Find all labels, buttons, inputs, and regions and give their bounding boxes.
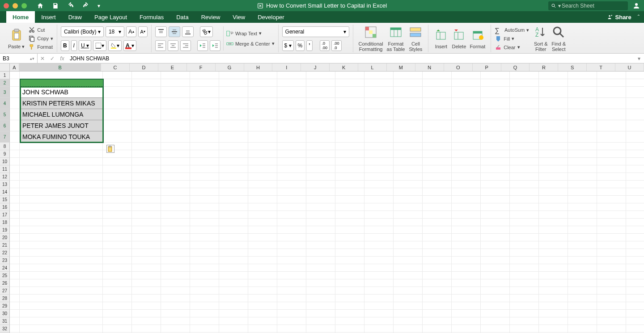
cell[interactable] — [394, 279, 423, 287]
cell[interactable] — [335, 98, 364, 109]
cell[interactable] — [626, 98, 644, 109]
cell[interactable] — [568, 302, 597, 310]
cell[interactable] — [277, 272, 306, 279]
cell[interactable] — [277, 150, 306, 158]
cell[interactable] — [306, 219, 335, 226]
row-header-16[interactable]: 16 — [0, 203, 10, 211]
cell[interactable] — [423, 257, 452, 264]
cell[interactable] — [10, 279, 20, 287]
cell[interactable] — [20, 257, 103, 264]
cell[interactable] — [568, 196, 597, 203]
cell[interactable] — [481, 173, 510, 181]
row-header-30[interactable]: 30 — [0, 310, 10, 317]
cell[interactable] — [248, 173, 277, 181]
window-minimize[interactable] — [13, 3, 18, 8]
cell[interactable] — [568, 98, 597, 109]
cell[interactable] — [597, 249, 626, 257]
cell[interactable] — [335, 279, 364, 287]
cell[interactable] — [626, 257, 644, 264]
cell[interactable] — [132, 173, 161, 181]
spreadsheet-grid[interactable]: ABCDEFGHIJKLMNOPQRSTU 123456789101112131… — [0, 63, 644, 333]
cell[interactable] — [510, 257, 539, 264]
row-header-20[interactable]: 20 — [0, 234, 10, 241]
tab-home[interactable]: Home — [6, 11, 35, 23]
cell[interactable] — [306, 272, 335, 279]
cell[interactable] — [364, 302, 394, 310]
cell[interactable] — [452, 188, 481, 196]
cell[interactable] — [277, 79, 306, 87]
cell[interactable] — [452, 120, 481, 131]
cell[interactable] — [481, 150, 510, 158]
row-header-5[interactable]: 5 — [0, 109, 10, 120]
cell[interactable] — [539, 196, 568, 203]
cell[interactable] — [597, 181, 626, 188]
cell[interactable] — [20, 249, 103, 257]
cell[interactable] — [452, 272, 481, 279]
cell[interactable] — [539, 72, 568, 79]
cell[interactable] — [626, 219, 644, 226]
fill-color-button[interactable]: ▾ — [108, 40, 122, 51]
cell[interactable] — [219, 79, 248, 87]
cell[interactable] — [423, 120, 452, 131]
cell[interactable] — [248, 241, 277, 249]
cell[interactable] — [539, 211, 568, 219]
col-header-N[interactable]: N — [415, 63, 444, 71]
cell[interactable] — [364, 234, 394, 241]
cell[interactable] — [306, 203, 335, 211]
cell[interactable] — [510, 302, 539, 310]
cell[interactable] — [364, 203, 394, 211]
cell[interactable] — [219, 226, 248, 234]
cell[interactable] — [10, 310, 20, 317]
cell[interactable] — [161, 203, 190, 211]
cell[interactable] — [219, 120, 248, 131]
cell[interactable] — [423, 234, 452, 241]
cell[interactable] — [394, 120, 423, 131]
cell[interactable] — [626, 226, 644, 234]
cell[interactable] — [364, 109, 394, 120]
cell[interactable] — [103, 279, 132, 287]
col-header-E[interactable]: E — [158, 63, 187, 71]
col-header-K[interactable]: K — [330, 63, 358, 71]
tab-view[interactable]: View — [226, 11, 251, 23]
cell[interactable] — [626, 317, 644, 325]
cell[interactable] — [20, 211, 103, 219]
cell[interactable] — [103, 272, 132, 279]
cell[interactable] — [568, 181, 597, 188]
cell[interactable] — [132, 249, 161, 257]
cell[interactable] — [568, 295, 597, 302]
cut-button[interactable]: Cut — [28, 26, 53, 34]
cell[interactable] — [335, 79, 364, 87]
cell[interactable] — [219, 279, 248, 287]
cell[interactable] — [10, 165, 20, 173]
find-select-button[interactable]: Find &Select — [550, 24, 568, 53]
cell[interactable] — [306, 79, 335, 87]
cell[interactable] — [306, 120, 335, 131]
cell[interactable] — [277, 98, 306, 109]
cell[interactable] — [364, 72, 394, 79]
cell[interactable] — [161, 310, 190, 317]
cell[interactable] — [394, 257, 423, 264]
cell[interactable] — [510, 181, 539, 188]
cell[interactable] — [481, 211, 510, 219]
cell[interactable] — [452, 241, 481, 249]
cell[interactable] — [364, 295, 394, 302]
cell[interactable] — [423, 158, 452, 165]
cell[interactable] — [510, 203, 539, 211]
cell[interactable] — [481, 257, 510, 264]
cell[interactable] — [394, 150, 423, 158]
cell[interactable] — [423, 219, 452, 226]
cell[interactable] — [423, 310, 452, 317]
cell[interactable] — [20, 241, 103, 249]
cell[interactable] — [626, 279, 644, 287]
cell[interactable] — [394, 325, 423, 333]
cell[interactable] — [539, 219, 568, 226]
cell[interactable] — [20, 287, 103, 295]
cell[interactable] — [452, 287, 481, 295]
cell[interactable] — [10, 79, 20, 87]
cell[interactable] — [335, 87, 364, 98]
cell[interactable] — [539, 234, 568, 241]
cell[interactable] — [103, 203, 132, 211]
cell[interactable] — [597, 272, 626, 279]
cell[interactable] — [568, 226, 597, 234]
cell[interactable] — [248, 249, 277, 257]
